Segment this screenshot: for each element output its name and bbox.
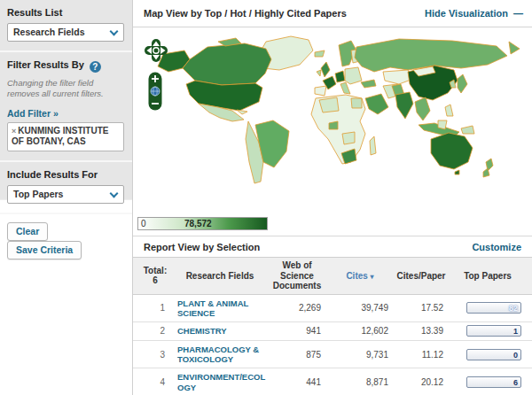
- top-papers-bar: 6: [466, 376, 521, 388]
- col-top-papers: Top Papers: [449, 268, 527, 284]
- main-panel: Map View by Top / Hot / Highly Cited Pap…: [132, 0, 532, 395]
- top-papers-value: 1: [513, 326, 518, 337]
- help-icon[interactable]: ?: [90, 61, 101, 73]
- col-cites-per-paper: Cites/Paper: [394, 268, 449, 284]
- customize-link[interactable]: Customize: [472, 242, 521, 252]
- results-list-selected-value: Research Fields: [13, 27, 85, 37]
- include-results-select[interactable]: Top Papers: [7, 185, 124, 204]
- globe-icon: [151, 87, 160, 96]
- total-header: Total: 6: [138, 263, 172, 289]
- sidebar-buttons: Clear Save Criteria: [0, 214, 132, 267]
- sort-descending-icon: ▾: [371, 273, 374, 281]
- docs-value: 2,269: [268, 299, 326, 316]
- report-view-title: Report View by Selection: [144, 242, 260, 252]
- row-rank: 1: [138, 299, 172, 316]
- results-list-section: Results List Research Fields: [0, 0, 132, 52]
- col-cites-sort[interactable]: Cites ▾: [326, 268, 394, 284]
- results-table: Total: 6 Research Fields Web of Science …: [133, 257, 532, 395]
- chevron-down-icon: [110, 189, 119, 198]
- legend-max: 78,572: [184, 219, 212, 228]
- save-criteria-button[interactable]: Save Criteria: [7, 241, 82, 259]
- cites-per-paper-value: 17.52: [394, 299, 449, 316]
- docs-value: 875: [268, 346, 326, 363]
- table-row: 2 CHEMISTRY 941 12,602 13.39 1: [133, 322, 532, 340]
- cites-value: 12,602: [326, 322, 394, 339]
- active-filter-list: ×KUNMING INSTITUTE OF BOTANY, CAS: [7, 122, 124, 151]
- cites-value: 39,749: [326, 299, 394, 316]
- top-papers-bar: 0: [466, 349, 521, 360]
- include-results-label: Include Results For: [7, 169, 125, 180]
- world-choropleth-map[interactable]: [133, 29, 532, 212]
- table-row: 3 PHARMACOLOGY & TOXICOLOGY 875 9,731 11…: [133, 341, 532, 369]
- results-list-label: Results List: [7, 7, 125, 18]
- research-field-link[interactable]: PHARMACOLOGY & TOXICOLOGY: [172, 341, 268, 368]
- research-field-link[interactable]: ENVIRONMENT/ECOLOGY: [172, 368, 268, 395]
- table-row: 4 ENVIRONMENT/ECOLOGY 441 8,871 20.12 6: [133, 368, 532, 395]
- legend-min: 0: [141, 219, 146, 228]
- top-papers-bar: 82: [466, 302, 521, 314]
- filter-chip-label: KUNMING INSTITUTE OF BOTANY, CAS: [12, 126, 108, 147]
- table-row: 1 PLANT & ANIMAL SCIENCE 2,269 39,749 17…: [133, 295, 532, 323]
- cites-per-paper-value: 20.12: [394, 374, 449, 391]
- table-header-row: Total: 6 Research Fields Web of Science …: [133, 257, 532, 295]
- research-field-link[interactable]: PLANT & ANIMAL SCIENCE: [172, 295, 268, 322]
- cites-value: 8,871: [326, 374, 394, 391]
- col-research-fields: Research Fields: [172, 268, 268, 284]
- filter-by-label: Filter Results By ?: [7, 59, 125, 73]
- docs-value: 441: [268, 374, 326, 391]
- map-pan-control[interactable]: [144, 38, 168, 63]
- add-filter-link[interactable]: Add Filter »: [7, 108, 59, 119]
- choropleth-legend: 0 78,572: [137, 217, 268, 230]
- results-list-select[interactable]: Research Fields: [7, 23, 124, 42]
- include-results-selected-value: Top Papers: [13, 189, 63, 199]
- minus-icon: —: [513, 8, 523, 19]
- map-view-title: Map View by Top / Hot / Highly Cited Pap…: [144, 8, 347, 19]
- top-papers-value: 0: [513, 350, 518, 360]
- chevron-down-icon: [110, 27, 119, 36]
- cites-per-paper-value: 11.12: [394, 346, 449, 363]
- top-papers-value: 6: [513, 377, 518, 388]
- top-papers-bar: 1: [466, 325, 521, 337]
- research-field-link[interactable]: CHEMISTRY: [172, 322, 268, 339]
- row-rank: 3: [138, 346, 172, 363]
- cites-value: 9,731: [326, 346, 394, 363]
- map-visualization: 0 78,572: [133, 27, 532, 236]
- remove-filter-icon[interactable]: ×: [12, 127, 16, 136]
- map-zoom-control[interactable]: [148, 72, 162, 111]
- filter-chip[interactable]: ×KUNMING INSTITUTE OF BOTANY, CAS: [12, 126, 120, 148]
- top-papers-value: 82: [509, 303, 518, 314]
- cites-per-paper-value: 13.39: [394, 322, 449, 339]
- row-rank: 2: [138, 322, 172, 339]
- total-count: 6: [153, 275, 158, 285]
- docs-value: 941: [268, 322, 326, 339]
- report-view-header: Report View by Selection Customize: [133, 236, 532, 257]
- clear-button[interactable]: Clear: [7, 222, 48, 241]
- map-view-header: Map View by Top / Hot / Highly Cited Pap…: [133, 0, 532, 27]
- filter-by-section: Filter Results By ? Changing the filter …: [0, 52, 132, 162]
- hide-visualization-link[interactable]: Hide Visualization—: [425, 8, 523, 19]
- include-results-section: Include Results For Top Papers: [0, 162, 132, 214]
- filter-note: Changing the filter field removes all cu…: [7, 78, 125, 99]
- col-wos-documents: Web of Science Documents: [268, 258, 326, 294]
- filter-sidebar: Results List Research Fields Filter Resu…: [0, 0, 132, 200]
- row-rank: 4: [138, 374, 172, 391]
